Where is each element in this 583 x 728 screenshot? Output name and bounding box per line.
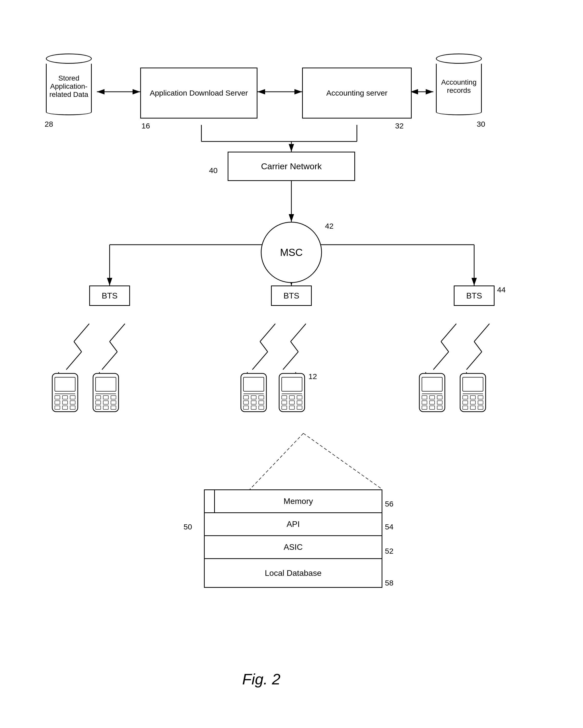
accounting-server-label: Accounting server bbox=[326, 89, 387, 97]
svg-line-32 bbox=[433, 352, 449, 370]
svg-line-24 bbox=[260, 324, 275, 342]
svg-line-33 bbox=[474, 324, 489, 342]
accounting-records-cylinder: Accounting records bbox=[433, 54, 484, 115]
phone-right-2 bbox=[459, 372, 487, 413]
svg-line-18 bbox=[74, 324, 89, 342]
phone-center-1 bbox=[239, 372, 268, 413]
accounting-server-number: 32 bbox=[395, 122, 404, 130]
stored-app-data-cylinder: Stored Application-related Data bbox=[43, 54, 94, 115]
svg-line-30 bbox=[441, 324, 456, 342]
svg-line-34 bbox=[474, 342, 482, 352]
fig-caption: Fig. 2 bbox=[242, 670, 280, 688]
carrier-network-number: 40 bbox=[209, 166, 218, 175]
bts-left-box: BTS bbox=[89, 285, 130, 306]
asic-label: ASIC bbox=[284, 542, 303, 552]
app-download-server-box: Application Download Server bbox=[140, 68, 257, 119]
expanded-number: 50 bbox=[183, 523, 192, 531]
svg-line-21 bbox=[110, 324, 125, 342]
device-number-label: 12 bbox=[308, 372, 317, 381]
svg-line-35 bbox=[466, 352, 482, 370]
svg-line-26 bbox=[252, 352, 268, 370]
bts-left-label: BTS bbox=[102, 291, 118, 301]
svg-line-22 bbox=[110, 342, 117, 352]
carrier-network-box: Carrier Network bbox=[228, 152, 355, 181]
svg-line-23 bbox=[102, 352, 117, 370]
api-number: 54 bbox=[385, 523, 394, 531]
svg-line-27 bbox=[290, 324, 306, 342]
svg-line-20 bbox=[66, 352, 82, 370]
app-download-server-number: 16 bbox=[142, 122, 150, 130]
msc-number: 42 bbox=[325, 222, 333, 230]
expanded-device-box: Memory API ASIC Local Database bbox=[204, 489, 382, 588]
svg-line-31 bbox=[441, 342, 449, 352]
carrier-network-label: Carrier Network bbox=[261, 161, 322, 171]
stored-app-data-number: 28 bbox=[45, 120, 53, 128]
bts-right-label: BTS bbox=[466, 291, 482, 301]
phone-right-1 bbox=[418, 372, 446, 413]
memory-label: Memory bbox=[283, 497, 313, 506]
svg-line-28 bbox=[290, 342, 298, 352]
bts-right-box: BTS bbox=[454, 285, 495, 306]
phone-left-1 bbox=[51, 372, 79, 413]
msc-circle: MSC bbox=[261, 222, 322, 283]
phone-left-2 bbox=[92, 372, 120, 413]
accounting-records-label: Accounting records bbox=[439, 78, 479, 95]
svg-line-29 bbox=[283, 352, 298, 370]
stored-app-data-label: Stored Application-related Data bbox=[49, 74, 88, 99]
bts-center-label: BTS bbox=[283, 291, 299, 301]
svg-line-36 bbox=[250, 433, 303, 489]
api-label: API bbox=[286, 519, 300, 529]
bts-right-number: 44 bbox=[497, 285, 506, 294]
asic-number: 52 bbox=[385, 547, 394, 555]
svg-line-25 bbox=[260, 342, 268, 352]
accounting-server-box: Accounting server bbox=[302, 68, 412, 119]
msc-label: MSC bbox=[280, 247, 303, 258]
svg-line-37 bbox=[303, 433, 382, 489]
phone-center-2 bbox=[278, 372, 306, 413]
local-db-label: Local Database bbox=[265, 568, 322, 578]
app-download-server-label: Application Download Server bbox=[150, 89, 248, 97]
local-db-number: 58 bbox=[385, 579, 394, 587]
accounting-records-number: 30 bbox=[477, 120, 485, 128]
memory-number: 56 bbox=[385, 500, 394, 508]
diagram: Stored Application-related Data 28 Appli… bbox=[0, 0, 583, 728]
svg-line-19 bbox=[74, 342, 82, 352]
bts-center-box: BTS bbox=[271, 285, 312, 306]
